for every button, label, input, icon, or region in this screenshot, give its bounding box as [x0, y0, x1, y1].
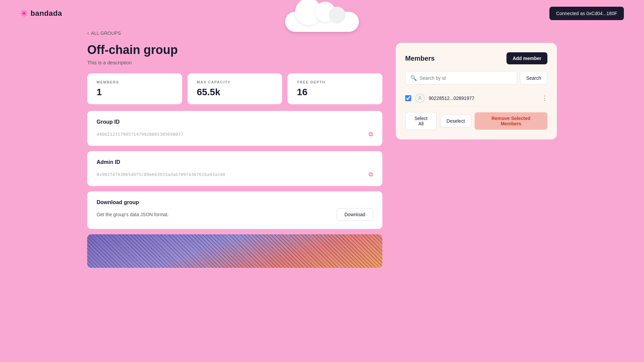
- stat-label-capacity: MAX CAPACITY: [197, 80, 273, 84]
- members-header: Members Add member: [405, 52, 547, 64]
- download-group-card: Download group Get the group's data JSON…: [87, 191, 382, 229]
- logo: ✳ bandada: [20, 8, 62, 19]
- svg-point-0: [419, 97, 421, 98]
- admin-id-card: Admin ID 0x902f479386548f5c89e663933ada6…: [87, 151, 382, 186]
- stat-label-depth: TREE DEPTH: [297, 80, 373, 84]
- cloud-puff3: [329, 7, 345, 23]
- remove-selected-members-button[interactable]: Remove Selected Members: [475, 112, 547, 130]
- stat-value-members: 1: [97, 87, 173, 98]
- stat-card-depth: TREE DEPTH 16: [287, 73, 382, 104]
- group-id-card: Group ID 4466212317985714799288653856980…: [87, 111, 382, 146]
- breadcrumb-label: ALL GROUPS: [91, 31, 121, 36]
- stat-card-members: MEMBERS 1: [87, 73, 182, 104]
- cloud: [272, 5, 372, 35]
- connected-button[interactable]: Connected as 0xCd04...180F: [549, 7, 624, 20]
- deselect-button[interactable]: Deselect: [440, 115, 471, 127]
- left-column: Off-chain group This is a description ME…: [87, 43, 382, 268]
- stats-row: MEMBERS 1 MAX CAPACITY 65.5k TREE DEPTH …: [87, 73, 382, 104]
- admin-id-title: Admin ID: [97, 159, 373, 165]
- member-avatar: [415, 94, 425, 103]
- download-row: Get the group's data JSON format. Downlo…: [97, 208, 373, 221]
- stat-value-depth: 16: [297, 87, 373, 98]
- search-input-wrap: 🔍: [405, 71, 517, 85]
- search-input[interactable]: [420, 75, 512, 81]
- deco-pattern: [87, 234, 382, 268]
- header: ✳ bandada Connected as 0xCd04...180F: [0, 0, 644, 27]
- member-more-icon[interactable]: ⋮: [541, 95, 547, 102]
- copy-group-id-icon[interactable]: ⧉: [369, 130, 373, 138]
- group-id-value-row: 446621231798571479928865385698077 ⧉: [97, 130, 373, 138]
- download-group-title: Download group: [97, 199, 373, 205]
- members-title: Members: [405, 55, 435, 62]
- group-id-value: 446621231798571479928865385698077: [97, 132, 183, 137]
- back-arrow-icon: ‹: [87, 30, 89, 36]
- search-icon: 🔍: [410, 75, 417, 81]
- page-title: Off-chain group: [87, 43, 382, 57]
- search-row: 🔍 Search: [405, 71, 547, 85]
- stat-value-capacity: 65.5k: [197, 87, 273, 98]
- member-id: 90228512...02891977: [429, 96, 537, 101]
- logo-icon: ✳: [20, 8, 28, 19]
- stat-card-capacity: MAX CAPACITY 65.5k: [187, 73, 282, 104]
- download-group-desc: Get the group's data JSON format.: [97, 212, 169, 217]
- decorative-bottom-image: [87, 234, 382, 268]
- table-row: 90228512...02891977 ⋮: [405, 90, 547, 107]
- select-all-button[interactable]: Select All: [405, 112, 437, 130]
- download-button[interactable]: Download: [337, 208, 373, 221]
- page-description: This is a description: [87, 60, 382, 65]
- group-id-title: Group ID: [97, 119, 373, 125]
- member-checkbox[interactable]: [405, 95, 411, 101]
- main-content: Off-chain group This is a description ME…: [0, 36, 644, 275]
- copy-admin-id-icon[interactable]: ⧉: [369, 171, 373, 178]
- cloud-decoration: [263, 0, 381, 40]
- add-member-button[interactable]: Add member: [506, 52, 547, 64]
- admin-id-value: 0x902f479386548f5c89e663933ada6709f43676…: [97, 172, 225, 177]
- action-row: Select All Deselect Remove Selected Memb…: [405, 112, 547, 130]
- stat-label-members: MEMBERS: [97, 80, 173, 84]
- members-panel: Members Add member 🔍 Search 90228512...0…: [396, 43, 557, 139]
- admin-id-value-row: 0x902f479386548f5c89e663933ada6709f43676…: [97, 171, 373, 178]
- search-button[interactable]: Search: [520, 71, 547, 85]
- logo-text: bandada: [31, 9, 62, 18]
